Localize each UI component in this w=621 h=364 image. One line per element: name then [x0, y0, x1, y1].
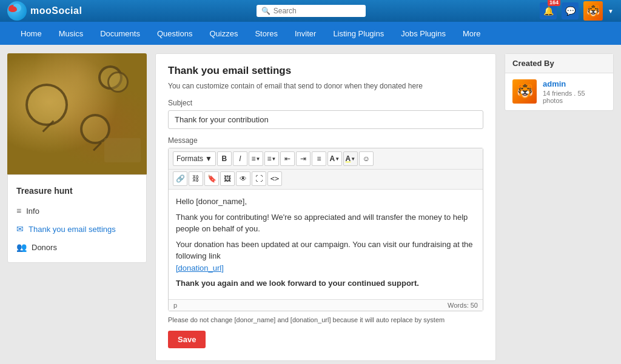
campaign-image: [7, 53, 147, 174]
editor-status-bar: p Words: 50: [169, 299, 483, 311]
decorative-magnifier-1: [25, 84, 68, 126]
nav-jobs-plugins[interactable]: Jobs Plugins: [392, 22, 454, 45]
subject-label: Subject: [168, 99, 483, 107]
link-button[interactable]: 🔗: [173, 171, 187, 186]
editor-line3: Thank you again and we look forward to y…: [176, 277, 475, 290]
placeholder-notice: Please do not change [donor_name] and [d…: [168, 316, 483, 323]
search-icon: 🔍: [261, 7, 270, 15]
menu-item-thank-you-email[interactable]: ✉ Thank you email settings: [8, 220, 146, 238]
nav-quizzes[interactable]: Quizzes: [201, 22, 246, 45]
email-icon: ✉: [16, 224, 24, 234]
creator-stats: 14 friends . 55 photos: [543, 90, 606, 104]
nav-documents[interactable]: Documents: [92, 22, 149, 45]
message-editor: Formats ▼ B I ≡▼ ≡▼ ⇤ ⇥ ≡ A: [168, 148, 483, 311]
menu-item-donors[interactable]: 👥 Donors: [8, 238, 146, 256]
editor-line1: Thank you for contributing! We're so app…: [176, 211, 475, 235]
image-button[interactable]: 🖼: [220, 171, 235, 186]
donation-url-link[interactable]: [donation_url]: [176, 263, 224, 273]
bookmark-button[interactable]: 🔖: [204, 171, 219, 186]
nav-questions[interactable]: Questions: [149, 22, 201, 45]
subject-input[interactable]: [168, 110, 483, 129]
nav-musics[interactable]: Musics: [50, 22, 92, 45]
formats-dropdown[interactable]: Formats ▼: [173, 151, 216, 166]
menu-email-label: Thank you email settings: [29, 225, 116, 234]
align-button[interactable]: ≡: [312, 151, 326, 166]
indent-left-button[interactable]: ⇤: [280, 151, 295, 166]
logo: mooSocial: [7, 1, 82, 21]
user-dropdown-caret[interactable]: ▼: [608, 8, 614, 15]
search-input[interactable]: [274, 7, 361, 15]
nav-more[interactable]: More: [454, 22, 489, 45]
save-button[interactable]: Save: [168, 331, 206, 348]
creator-name[interactable]: admin: [543, 79, 606, 88]
emoji-button[interactable]: ☺: [359, 151, 374, 166]
nav-inviter[interactable]: Inviter: [286, 22, 324, 45]
logo-icon: [7, 1, 27, 21]
unlink-button[interactable]: ⛓: [189, 171, 203, 186]
ul-list-button[interactable]: ≡▼: [249, 151, 263, 166]
editor-body[interactable]: Hello [donor_name], Thank you for contri…: [169, 190, 483, 299]
content-box: Thank you email settings You can customi…: [155, 53, 496, 361]
ol-list-button[interactable]: ≡▼: [264, 151, 279, 166]
search-bar[interactable]: 🔍: [257, 5, 366, 17]
nav-listing-plugins[interactable]: Listing Plugins: [324, 22, 392, 45]
editor-tag: p: [173, 302, 177, 309]
fullscreen-button[interactable]: ⛶: [252, 171, 266, 186]
created-by-header: Created By: [505, 54, 613, 73]
editor-toolbar-row1: Formats ▼ B I ≡▼ ≡▼ ⇤ ⇥ ≡ A: [169, 148, 483, 170]
user-avatar[interactable]: 🐯: [583, 1, 603, 21]
creator-info: admin 14 friends . 55 photos: [543, 79, 606, 104]
editor-line2: Your donation has been updated at our ca…: [176, 239, 475, 274]
donors-icon: 👥: [16, 242, 27, 252]
message-label: Message: [168, 136, 483, 145]
notification-bell[interactable]: 🔔 164: [540, 2, 557, 19]
menu-info-label: Info: [26, 207, 39, 216]
menu-item-info[interactable]: ≡ Info: [8, 202, 146, 220]
indent-right-button[interactable]: ⇥: [296, 151, 310, 166]
info-icon: ≡: [16, 206, 21, 216]
font-color-button[interactable]: A ▼: [327, 151, 342, 166]
editor-greeting: Hello [donor_name],: [176, 196, 475, 208]
top-right-controls: 🔔 164 💬 🐯 ▼: [540, 1, 614, 21]
page-title: Thank you email settings: [168, 65, 483, 77]
italic-button[interactable]: I: [233, 151, 247, 166]
bold-button[interactable]: B: [217, 151, 232, 166]
nav-stores[interactable]: Stores: [246, 22, 286, 45]
messages-icon[interactable]: 💬: [562, 2, 579, 19]
preview-button[interactable]: 👁: [236, 171, 250, 186]
logo-text: mooSocial: [30, 5, 82, 16]
created-by-box: Created By 🐯 admin 14 friends . 55 photo…: [505, 53, 614, 111]
content-area: Thank you email settings You can customi…: [155, 53, 496, 361]
word-count: Words: 50: [448, 302, 478, 309]
menu-donors-label: Donors: [32, 243, 57, 252]
bg-color-button[interactable]: A ▼: [343, 151, 358, 166]
formats-caret: ▼: [205, 154, 212, 163]
chat-icon: 💬: [565, 6, 576, 16]
nav-home[interactable]: Home: [12, 22, 50, 45]
left-panel: Treasure hunt ≡ Info ✉ Thank you email s…: [7, 53, 147, 361]
page-description: You can customize contain of email that …: [168, 82, 483, 90]
right-panel: Created By 🐯 admin 14 friends . 55 photo…: [505, 53, 614, 361]
code-button[interactable]: <>: [267, 171, 282, 186]
campaign-menu-box: Treasure hunt ≡ Info ✉ Thank you email s…: [7, 174, 147, 263]
main-wrapper: Treasure hunt ≡ Info ✉ Thank you email s…: [0, 45, 621, 364]
created-by-body: 🐯 admin 14 friends . 55 photos: [505, 73, 613, 110]
main-nav: Home Musics Documents Questions Quizzes …: [0, 22, 621, 45]
campaign-title: Treasure hunt: [8, 181, 146, 202]
formats-label: Formats: [176, 154, 203, 163]
creator-avatar[interactable]: 🐯: [512, 79, 537, 104]
notification-badge: 164: [548, 0, 560, 6]
editor-toolbar-row2: 🔗 ⛓ 🔖 🖼 👁 ⛶ <>: [169, 170, 483, 190]
